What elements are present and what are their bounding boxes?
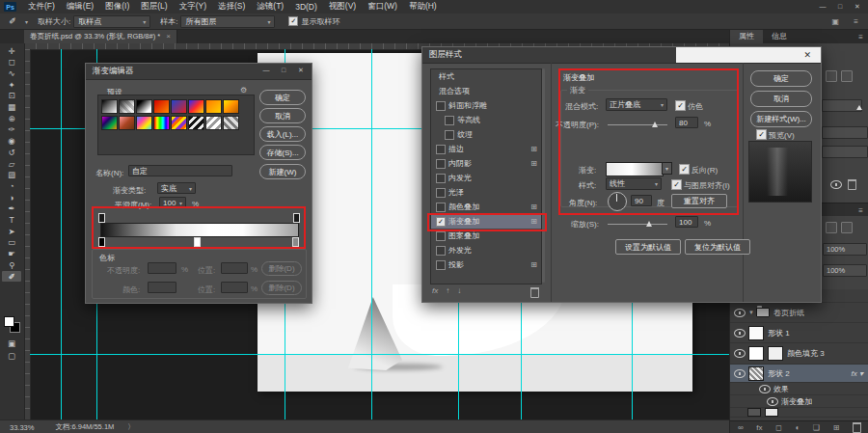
style-item-斜面和浮雕[interactable]: 斜面和浮雕	[431, 98, 541, 113]
gradient-preset-12[interactable]	[153, 116, 170, 130]
opacity-slider-thumb[interactable]	[652, 122, 658, 127]
hand-tool[interactable]: ☛	[2, 249, 21, 259]
brush-tool[interactable]: ✑	[2, 124, 21, 135]
gradient-bar[interactable]	[100, 223, 299, 237]
pen-tool[interactable]: ✒	[2, 203, 21, 214]
menu-滤镜(T)[interactable]: 滤镜(T)	[251, 1, 289, 13]
menu-视图(V)[interactable]: 视图(V)	[323, 1, 362, 13]
opacity-stop[interactable]	[293, 213, 300, 223]
layer-row-渐变叠加[interactable]: 渐变叠加	[730, 395, 868, 408]
gradient-preset-2[interactable]	[119, 99, 135, 114]
style-item-渐变叠加[interactable]: ✓渐变叠加⊞	[431, 214, 541, 229]
add-instance-icon[interactable]: ⊞	[530, 217, 537, 226]
expander-icon[interactable]: ▼	[748, 310, 754, 315]
menu-选择(S)[interactable]: 选择(S)	[212, 1, 251, 13]
add-mask-icon[interactable]: ◻	[775, 423, 782, 432]
cancel-button[interactable]: 取消	[259, 108, 306, 123]
panel-menu-icon[interactable]: ≡	[858, 206, 863, 215]
close-icon[interactable]: ✕	[803, 50, 811, 60]
menu-编辑(E)[interactable]: 编辑(E)	[61, 1, 99, 13]
color-stop[interactable]	[194, 237, 201, 247]
zoom-tool[interactable]: ⚲	[2, 259, 21, 270]
style-item-颜色叠加[interactable]: 颜色叠加⊞	[431, 200, 541, 214]
gradient-type-dropdown[interactable]: 实底 ▾	[157, 182, 196, 194]
gradient-tool[interactable]: ▨	[2, 170, 21, 180]
guide-vertical[interactable]	[371, 49, 372, 419]
tab-properties[interactable]: 属性	[730, 29, 763, 43]
smoothness-input[interactable]: 100 ▾	[159, 197, 186, 208]
gradient-preset-7[interactable]	[205, 99, 222, 114]
styles-scrollbar[interactable]	[542, 68, 545, 283]
guide-vertical[interactable]	[61, 49, 62, 419]
layer-fx-badge[interactable]: fx ▾	[852, 369, 863, 378]
new-button[interactable]: 新建(W)	[259, 164, 306, 179]
gear-icon[interactable]: ⚙	[240, 86, 247, 95]
close-icon[interactable]: ✕	[849, 0, 866, 13]
reset-align-button[interactable]: 重置对齐	[671, 194, 727, 208]
dodge-tool[interactable]: ◑	[2, 192, 21, 203]
visibility-eye-icon[interactable]	[759, 385, 771, 393]
style-item-内阴影[interactable]: 内阴影⊞	[431, 156, 541, 171]
style-checkbox[interactable]	[436, 260, 446, 270]
style-checkbox[interactable]: ✓	[436, 217, 446, 227]
align-checkbox[interactable]: ✓	[671, 179, 682, 190]
gradient-preset-14[interactable]	[188, 116, 204, 130]
zoom-level[interactable]: 33.33%	[10, 423, 34, 432]
maximize-icon[interactable]: □	[275, 64, 292, 76]
style-checkbox[interactable]	[445, 116, 454, 125]
property-icon[interactable]	[826, 70, 837, 82]
gradient-preset-15[interactable]	[205, 116, 222, 130]
visibility-eye-icon[interactable]	[830, 180, 842, 189]
close-icon[interactable]: ×	[166, 32, 171, 41]
add-instance-icon[interactable]: ⊞	[530, 260, 537, 269]
style-checkbox[interactable]	[436, 231, 446, 241]
angle-dial[interactable]	[608, 192, 627, 211]
slider-thumb[interactable]	[856, 105, 862, 110]
crop-tool[interactable]: ⊡	[2, 91, 21, 101]
blur-tool[interactable]: ◔	[2, 180, 21, 191]
layer-style-fx-icon[interactable]: fx	[756, 423, 762, 432]
minimize-icon[interactable]: —	[258, 64, 275, 76]
maximize-icon[interactable]: □	[831, 0, 849, 13]
property-field[interactable]	[822, 146, 868, 158]
preview-checkbox[interactable]: ✓	[756, 129, 767, 140]
sample-dropdown[interactable]: 所有图层 ▾	[180, 15, 275, 28]
menu-文字(Y)[interactable]: 文字(Y)	[174, 1, 212, 13]
shape-tool[interactable]: ▭	[2, 237, 21, 248]
panel-menu-icon[interactable]: ≡	[854, 17, 858, 26]
visibility-eye-icon[interactable]	[767, 397, 778, 406]
minimize-icon[interactable]: —	[814, 0, 831, 13]
eyedropper-tool[interactable]: ✐	[2, 271, 21, 282]
fx-icon[interactable]: fx	[432, 286, 438, 295]
layers-fill-field[interactable]: 100%	[823, 264, 867, 277]
opacity-input[interactable]: 80	[675, 117, 698, 128]
layer-thumbnail-fill[interactable]	[748, 346, 764, 361]
layer-row-颜色填充 3[interactable]: 颜色填充 3	[730, 343, 868, 365]
style-item-等高线[interactable]: 等高线	[431, 113, 541, 127]
property-field[interactable]	[822, 126, 868, 139]
new-group-icon[interactable]: ❏	[813, 423, 820, 432]
scale-input[interactable]: 100	[675, 216, 698, 228]
layer-thumbnail-white[interactable]	[765, 408, 778, 417]
marquee-tool[interactable]: ◻	[2, 57, 21, 68]
opacity-stop[interactable]	[98, 213, 105, 223]
gradient-preset-16[interactable]	[223, 116, 239, 130]
name-input[interactable]: 自定	[128, 165, 232, 176]
gradient-preset-8[interactable]	[223, 99, 239, 114]
gradient-preset-4[interactable]	[153, 99, 170, 114]
visibility-eye-icon[interactable]	[734, 329, 746, 338]
tool-preset-arrow-icon[interactable]: ▾	[25, 18, 28, 25]
style-checkbox[interactable]	[445, 130, 454, 140]
trash-icon[interactable]	[848, 179, 856, 190]
set-default-button[interactable]: 设置为默认值	[615, 239, 681, 255]
adjustment-layer-icon[interactable]: ◐	[795, 423, 800, 432]
style-checkbox[interactable]	[436, 203, 446, 212]
save-button[interactable]: 存储(S)...	[259, 145, 306, 160]
panel-menu-icon[interactable]: ≡	[858, 33, 863, 41]
filter-icon[interactable]	[841, 222, 853, 233]
scale-slider-thumb[interactable]	[646, 221, 652, 227]
clone-stamp-tool[interactable]: ◉	[2, 136, 21, 147]
gradient-preset-6[interactable]	[188, 99, 204, 114]
layer-row-形状 1[interactable]: 形状 1	[730, 323, 868, 343]
style-item-图案叠加[interactable]: 图案叠加	[431, 229, 541, 243]
